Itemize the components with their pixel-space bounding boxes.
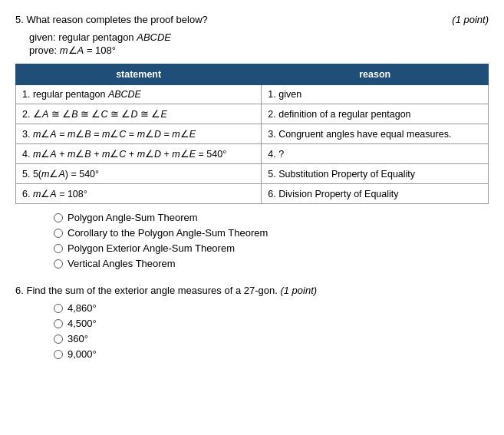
table-row: 2. ∠A ≅ ∠B ≅ ∠C ≅ ∠D ≅ ∠E 2. definition … [16,104,489,124]
reason-2: 2. definition of a regular pentagon [262,104,489,124]
prove-line: prove: m∠A = 108° [29,44,489,56]
radio-q5-2[interactable] [54,229,63,238]
question6-header: 6. Find the sum of the exterior angle me… [15,285,489,296]
radio-q6-3[interactable] [54,334,63,344]
statement-2: 2. ∠A ≅ ∠B ≅ ∠C ≅ ∠D ≅ ∠E [16,104,262,124]
option-q6-1-label: 4,860° [68,302,97,314]
question6-options: 4,860° 4,500° 360° 9,000° [54,302,489,360]
question5-text: 5. What reason completes the proof below… [15,14,208,25]
option-q5-2-label: Corollary to the Polygon Angle-Sum Theor… [68,227,268,239]
table-row: 6. m∠A = 108° 6. Division Property of Eq… [16,184,489,204]
statement-3: 3. m∠A = m∠B = m∠C = m∠D = m∠E [16,124,262,144]
reason-1: 1. given [262,85,489,104]
statement-6: 6. m∠A = 108° [16,184,262,204]
option-q5-1-label: Polygon Angle-Sum Theorem [68,212,198,223]
radio-q6-4[interactable] [54,350,63,359]
question5-points: (1 point) [452,14,489,25]
reason-5: 5. Substitution Property of Equality [262,164,489,184]
question6-number: 6. [15,285,24,296]
question5-container: 5. What reason completes the proof below… [15,14,489,269]
table-row: 3. m∠A = m∠B = m∠C = m∠D = m∠E 3. Congru… [16,124,489,144]
reason-4: 4. ? [262,144,489,164]
option-q5-3[interactable]: Polygon Exterior Angle-Sum Theorem [54,242,489,254]
reason-3: 3. Congruent angles have equal measures. [262,124,489,144]
radio-q5-1[interactable] [54,213,63,222]
radio-q5-4[interactable] [54,259,63,269]
radio-q5-3[interactable] [54,244,63,253]
statement-4: 4. m∠A + m∠B + m∠C + m∠D + m∠E = 540° [16,144,262,164]
option-q5-4[interactable]: Vertical Angles Theorem [54,258,489,269]
option-q6-3[interactable]: 360° [54,333,489,344]
table-row: 1. regular pentagon ABCDE 1. given [16,85,489,104]
option-q6-4-label: 9,000° [68,348,97,360]
option-q6-1[interactable]: 4,860° [54,302,489,314]
table-row: 4. m∠A + m∠B + m∠C + m∠D + m∠E = 540° 4.… [16,144,489,164]
given-block: given: regular pentagon ABCDE prove: m∠A… [29,31,489,56]
given-name: ABCDE [137,31,171,43]
table-header-statement: statement [16,64,262,85]
question5-number: 5. [15,14,24,25]
reason-6: 6. Division Property of Equality [262,184,489,204]
proof-table: statement reason 1. regular pentagon ABC… [15,64,489,204]
question5-label: What reason completes the proof below? [26,14,207,25]
prove-label: prove: m∠A = 108° [29,44,116,56]
option-q6-2-label: 4,500° [68,318,97,329]
given-label: given: regular pentagon [29,31,137,43]
option-q5-3-label: Polygon Exterior Angle-Sum Theorem [68,242,235,254]
given-line: given: regular pentagon ABCDE [29,31,489,43]
question6-container: 6. Find the sum of the exterior angle me… [15,285,489,360]
radio-q6-2[interactable] [54,319,63,328]
question5-header: 5. What reason completes the proof below… [15,14,489,25]
radio-q6-1[interactable] [54,304,63,313]
table-header-reason: reason [262,64,489,85]
option-q6-2[interactable]: 4,500° [54,318,489,329]
option-q6-3-label: 360° [68,333,88,344]
option-q5-1[interactable]: Polygon Angle-Sum Theorem [54,212,489,223]
question6-points: (1 point) [280,285,317,296]
option-q5-4-label: Vertical Angles Theorem [68,258,176,269]
option-q6-4[interactable]: 9,000° [54,348,489,360]
option-q5-2[interactable]: Corollary to the Polygon Angle-Sum Theor… [54,227,489,239]
table-row: 5. 5(m∠A) = 540° 5. Substitution Propert… [16,164,489,184]
question5-options: Polygon Angle-Sum Theorem Corollary to t… [54,212,489,269]
question6-text: Find the sum of the exterior angle measu… [26,285,280,296]
statement-1: 1. regular pentagon ABCDE [16,85,262,104]
statement-5: 5. 5(m∠A) = 540° [16,164,262,184]
